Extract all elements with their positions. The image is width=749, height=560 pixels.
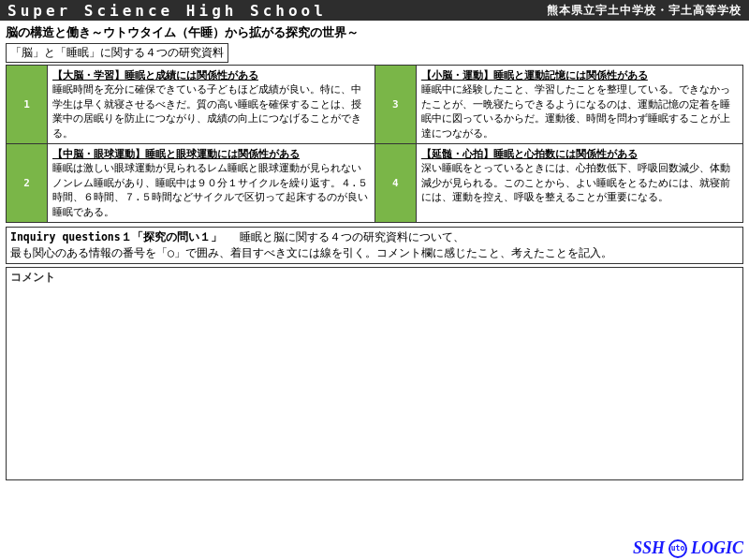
ssh-logo: SSH <box>633 538 665 558</box>
card-number-2: 2 <box>7 143 48 222</box>
card-number-1: 1 <box>7 66 48 144</box>
card-content-3: 【小脳・運動】睡眠と運動記憶には関係性がある 睡眠中に経験したこと、学習したこと… <box>416 66 742 144</box>
instruction-text: 最も関心のある情報の番号を「○」で囲み、着目すべき文には線を引く。コメント欄に感… <box>10 246 612 259</box>
inquiry-label: Inquiry questions１「探究の問い１」 <box>10 230 222 243</box>
comment-label: コメント <box>10 270 739 286</box>
logic-logo: LOGIC <box>691 538 743 558</box>
card-body-1: 睡眠時間を充分に確保できている子どもほど成績が良い。特に、中学生は早く就寝させる… <box>52 83 361 139</box>
card-title-4: 【延髄・心拍】睡眠と心拍数には関係性がある <box>421 148 638 160</box>
card-content-1: 【大脳・学習】睡眠と成績には関係性がある 睡眠時間を充分に確保できている子どもほ… <box>48 66 375 144</box>
card-number-4: 4 <box>374 143 416 222</box>
subtitle: 脳の構造と働き～ウトウタイム（午睡）から拡がる探究の世界～ <box>6 24 743 41</box>
header-school: 熊本県立宇土中学校・宇土高等学校 <box>547 3 742 19</box>
card-content-2: 【中脳・眼球運動】睡眠と眼球運動には関係性がある 睡眠は激しい眼球運動が見られる… <box>48 143 375 222</box>
footer: SSH uto LOGIC <box>633 538 743 558</box>
card-title-2: 【中脳・眼球運動】睡眠と眼球運動には関係性がある <box>52 148 300 160</box>
card-body-3: 睡眠中に経験したこと、学習したことを整理している。できなかったことが、一晩寝たら… <box>421 83 730 139</box>
card-body-2: 睡眠は激しい眼球運動が見られるレム睡眠と眼球運動が見られないノンレム睡眠があり、… <box>52 162 368 217</box>
research-table: 1 【大脳・学習】睡眠と成績には関係性がある 睡眠時間を充分に確保できている子ど… <box>6 65 743 223</box>
header: Super Science High School 熊本県立宇土中学校・宇土高等… <box>0 0 749 21</box>
card-title-1: 【大脳・学習】睡眠と成績には関係性がある <box>52 69 258 81</box>
card-content-4: 【延髄・心拍】睡眠と心拍数には関係性がある 深い睡眠をとっているときには、心拍数… <box>416 143 742 222</box>
comment-textarea[interactable] <box>10 287 739 475</box>
inquiry-text: 睡眠と脳に関する４つの研究資料について、 <box>228 230 464 243</box>
inquiry-section: Inquiry questions１「探究の問い１」 睡眠と脳に関する４つの研究… <box>6 227 743 265</box>
header-title: Super Science High School <box>7 2 327 20</box>
card-body-4: 深い睡眠をとっているときには、心拍数低下、呼吸回数減少、体動減少が見られる。この… <box>421 162 730 203</box>
comment-section: コメント <box>6 267 743 480</box>
card-number-3: 3 <box>374 66 416 144</box>
card-title-3: 【小脳・運動】睡眠と運動記憶には関係性がある <box>421 69 648 81</box>
logo-circle-icon: uto <box>668 539 687 558</box>
doc-title: 「脳」と「睡眠」に関する４つの研究資料 <box>6 43 228 63</box>
